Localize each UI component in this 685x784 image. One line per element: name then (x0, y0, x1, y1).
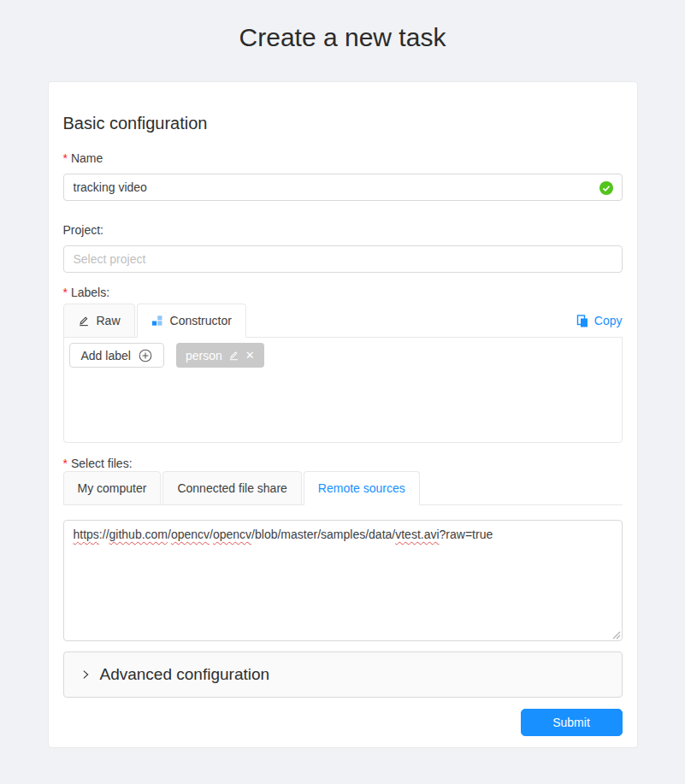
basic-configuration-heading: Basic configuration (63, 113, 623, 133)
close-icon[interactable]: ✕ (245, 349, 255, 362)
select-files-label: *Select files: (63, 456, 623, 471)
url-segment: vtest.avi (395, 528, 439, 541)
project-label: Project: (63, 222, 623, 238)
select-files-label-text: Select files: (71, 457, 133, 470)
page-title: Create a new task (0, 0, 685, 55)
url-segment: /blob/master/samples/data/ (251, 528, 395, 541)
required-asterisk: * (63, 286, 68, 299)
project-select[interactable]: Select project (63, 245, 623, 273)
tab-constructor[interactable]: Constructor (137, 304, 246, 338)
copy-icon (576, 315, 588, 327)
tab-raw-label: Raw (97, 314, 121, 327)
copy-labels-button[interactable]: Copy (576, 314, 623, 327)
tab-connected-file-share-label: Connected file share (177, 481, 286, 495)
remote-sources-textarea[interactable]: https://github.com/opencv/opencv/blob/ma… (63, 520, 623, 641)
edit-icon (78, 315, 90, 327)
name-label: *Name (63, 150, 623, 166)
name-label-text: Name (71, 151, 103, 165)
check-circle-icon (599, 181, 613, 195)
url-segment: ?raw=true (440, 528, 493, 541)
url-segment: https (74, 528, 99, 541)
advanced-configuration-title: Advanced configuration (100, 665, 270, 684)
url-segment: github.com (109, 528, 168, 541)
submit-button[interactable]: Submit (521, 709, 623, 736)
required-asterisk: * (63, 457, 68, 470)
labels-label: *Labels: (63, 285, 623, 300)
labels-constructor-panel: Add label person ✕ (63, 337, 623, 443)
tab-my-computer[interactable]: My computer (63, 471, 162, 505)
tab-raw[interactable]: Raw (63, 304, 135, 338)
url-segment: opencv (171, 528, 210, 541)
tab-connected-file-share[interactable]: Connected file share (162, 471, 301, 505)
label-tag-person[interactable]: person ✕ (176, 343, 264, 368)
chevron-right-icon (80, 669, 92, 681)
add-label-button-text: Add label (81, 349, 131, 363)
build-icon (151, 315, 163, 327)
add-label-button[interactable]: Add label (69, 343, 164, 368)
labels-label-text: Labels: (71, 286, 109, 299)
url-segment: opencv (213, 528, 251, 541)
label-tag-name: person (186, 349, 222, 363)
required-asterisk: * (63, 151, 68, 165)
tab-constructor-label: Constructor (170, 314, 232, 327)
labels-tabs: Raw Constructor Copy (63, 304, 623, 338)
project-select-placeholder: Select project (74, 252, 146, 266)
create-task-card: Basic configuration *Name tracking video… (48, 81, 638, 748)
tab-my-computer-label: My computer (78, 481, 147, 495)
tab-remote-sources[interactable]: Remote sources (304, 471, 420, 505)
remote-url-text: https://github.com/opencv/opencv/blob/ma… (74, 525, 612, 544)
plus-circle-icon (139, 349, 152, 363)
edit-icon[interactable] (228, 350, 239, 361)
name-input-value: tracking video (74, 180, 147, 194)
tab-remote-sources-label: Remote sources (318, 481, 405, 495)
file-source-tabs: My computer Connected file share Remote … (63, 471, 623, 505)
advanced-configuration-collapse[interactable]: Advanced configuration (63, 651, 623, 698)
copy-label: Copy (594, 314, 623, 327)
submit-row: Submit (63, 709, 623, 736)
resize-grip-icon[interactable] (611, 629, 621, 640)
url-segment: :// (99, 528, 109, 541)
name-input[interactable]: tracking video (63, 174, 623, 201)
